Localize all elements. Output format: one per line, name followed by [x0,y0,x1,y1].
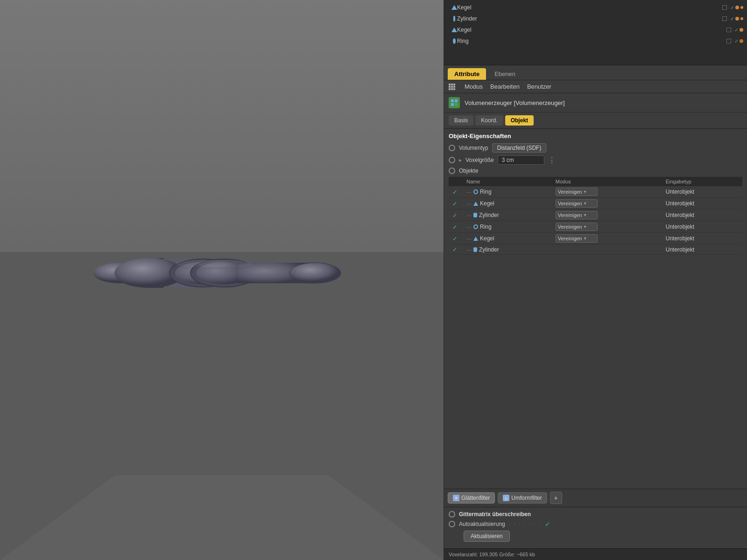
status-text: Voxelanzahl: 199.305 Größe: ~665 kb [449,552,535,557]
row-eingabe-cell: Unterobjekt [662,210,742,221]
radio-volumentyp[interactable] [449,145,455,151]
tab-ebenen[interactable]: Ebenen [488,68,522,80]
svg-rect-18 [455,103,458,106]
row-modus-cell[interactable]: Vereinigen ▼ [552,198,662,210]
obj-tab-koord[interactable]: Koord. [475,115,503,126]
row-name-cell: — Zylinder [463,245,552,255]
modus-value: Vereinigen [558,224,582,230]
gittermatrix-row: Gittermatrix überschreiben [449,511,742,518]
table-row[interactable]: ✓ — Ring Vereinigen ▼ Unterobjekt [449,221,742,233]
table-row[interactable]: ✓ — Kegel Vereinigen ▼ Unterobjekt [449,233,742,245]
aktualisieren-button[interactable]: Aktualisieren [464,531,510,542]
check-icon: ✓ [452,235,458,242]
prop-value-voxelgroesse[interactable]: 3 cm [498,155,544,165]
radio-objekte[interactable] [449,168,455,174]
row-dash: — [466,201,472,206]
row-modus-cell[interactable]: Vereinigen ▼ [552,233,662,245]
row-modus-cell[interactable] [552,245,662,255]
row-dash: — [466,247,472,252]
outliner-item-zylinder-1[interactable]: Zylinder ⁚ ✓ [444,13,747,24]
radio-autoaktualisierung[interactable] [449,521,455,527]
radio-voxelgroesse[interactable] [449,157,455,163]
radio-gittermatrix[interactable] [449,511,455,518]
table-row[interactable]: ✓ — Zylinder Unterobjekt [449,245,742,255]
glaettenfilter-icon [453,495,459,501]
submenu-benutzer[interactable]: Benutzer [527,83,551,90]
autoaktualisierung-row: Autoaktualisierung · · · · · · · ✓ [449,520,742,528]
outliner-item-kegel-2[interactable]: Kegel ⁚ ✓ [444,24,747,35]
row-name-cell: — Ring [463,221,552,233]
expand-voxel-btn[interactable]: ▶ [459,158,462,162]
col-modus: Modus [552,177,662,186]
add-filter-btn[interactable]: + [550,492,562,504]
stepper-voxel[interactable]: ⋮ [548,156,556,165]
cone-icon-2 [448,26,455,34]
row-torus-icon [473,189,478,194]
prop-label-objekte: Objekte [459,168,478,174]
row-dash: — [466,212,472,218]
row-dash: — [466,224,472,230]
check-icon: ✓ [452,246,458,253]
gittermatrix-label: Gittermatrix überschreiben [459,511,531,518]
row-check[interactable]: ✓ [449,221,463,233]
dropdown-arrow-icon: ▼ [583,213,587,217]
row-name-text: Kegel [480,235,494,242]
outliner-item-kegel-1[interactable]: Kegel ⁚ ✓ [444,2,747,13]
bolt-object [58,182,385,378]
row-modus-cell[interactable]: Vereinigen ▼ [552,221,662,233]
grid-menu-icon [449,84,455,90]
row-check[interactable]: ✓ [449,245,463,255]
umformfilter-label: Umformfilter [511,495,542,501]
row-eingabe-cell: Unterobjekt [662,233,742,245]
outliner-item-ring-1[interactable]: Ring ⁚ ✓ [444,35,747,47]
object-header: Volumenerzeuger [Volumenerzeuger] [444,93,747,112]
row-name-cell: — Kegel [463,198,552,210]
row-check[interactable]: ✓ [449,210,463,221]
svg-rect-15 [451,99,454,102]
status-bar: Voxelanzahl: 199.305 Größe: ~665 kb [444,548,747,560]
row-name-text: Ring [480,189,492,195]
extra-properties: Gittermatrix überschreiben Autoaktualisi… [444,507,747,548]
submenu-modus[interactable]: Modus [465,83,483,90]
obj-tab-objekt[interactable]: Objekt [505,115,534,126]
prop-row-volumentyp: Volumentyp Distanzfeld (SDF) [449,143,742,153]
table-row[interactable]: ✓ — Kegel Vereinigen ▼ Unterobjekt [449,198,742,210]
row-name-wrapper: — Ring [466,224,548,230]
umformfilter-btn[interactable]: Umformfilter [498,492,547,504]
obj-tab-basis[interactable]: Basis [449,115,473,126]
glaettenfilter-btn[interactable]: Glättenfilter [448,492,495,504]
dropdown-arrow-icon: ▼ [583,224,587,229]
glaettenfilter-label: Glättenfilter [461,495,490,501]
row-modus-cell[interactable]: Vereinigen ▼ [552,210,662,221]
vis-icons-4: ⁚ ✓ [726,38,743,44]
row-check[interactable]: ✓ [449,198,463,210]
row-cylinder-icon [473,213,477,217]
table-row[interactable]: ✓ — Zylinder Vereinigen ▼ Unterobjekt [449,210,742,221]
table-row[interactable]: ✓ — Ring Vereinigen ▼ Unterobjekt [449,186,742,198]
row-dash: — [466,189,472,195]
properties-panel: Kegel ⁚ ✓ Zylinder ⁚ ✓ [444,0,747,560]
modus-value: Vereinigen [558,201,582,206]
modus-dropdown[interactable]: Vereinigen ▼ [556,199,598,208]
row-check[interactable]: ✓ [449,233,463,245]
modus-dropdown[interactable]: Vereinigen ▼ [556,211,598,219]
row-modus-cell[interactable]: Vereinigen ▼ [552,186,662,198]
3d-viewport[interactable] [0,0,444,560]
dots-objekte: · · · · · [482,168,507,174]
row-name-cell: — Zylinder [463,210,552,221]
objects-table-section: Name Modus Eingabetyp ✓ — Ring Vereinige… [449,177,742,255]
prop-value-volumentyp[interactable]: Distanzfeld (SDF) [492,143,547,153]
row-check[interactable]: ✓ [449,186,463,198]
modus-dropdown[interactable]: Vereinigen ▼ [556,188,598,196]
svg-marker-20 [504,496,508,500]
modus-dropdown[interactable]: Vereinigen ▼ [556,223,598,231]
check-icon: ✓ [452,224,458,231]
submenu-bearbeiten[interactable]: Bearbeiten [490,83,520,90]
property-tabs: Attribute Ebenen [444,65,747,80]
row-name-wrapper: — Kegel [466,200,548,207]
row-name-text: Kegel [480,200,494,207]
filter-bar: Glättenfilter Umformfilter + [444,489,747,507]
tab-attribute[interactable]: Attribute [448,68,486,80]
modus-dropdown[interactable]: Vereinigen ▼ [556,234,598,243]
col-eingabe: Eingabetyp [662,177,742,186]
